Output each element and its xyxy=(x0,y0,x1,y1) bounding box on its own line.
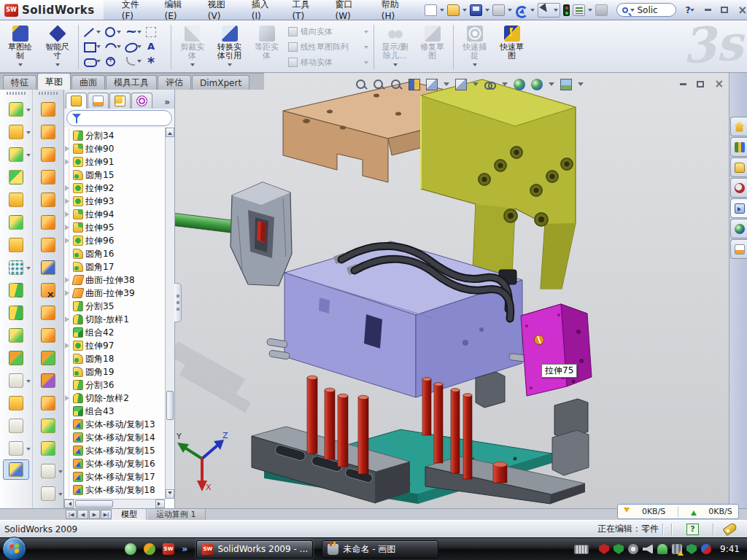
expand-arrow-icon[interactable] xyxy=(65,225,69,230)
task-pane-file-explorer[interactable] xyxy=(730,158,747,177)
messenger-icon[interactable] xyxy=(125,543,136,555)
task-pane-view-palette[interactable] xyxy=(730,198,747,218)
move-face-button[interactable] xyxy=(35,346,61,369)
panel-expand-chevron[interactable]: » xyxy=(161,97,173,109)
text-icon[interactable] xyxy=(145,41,156,52)
button-dropdown-icon[interactable] xyxy=(18,63,23,69)
reference-point-button[interactable] xyxy=(3,369,29,392)
options-list-icon[interactable] xyxy=(573,4,585,16)
hide-show-items-icon[interactable] xyxy=(484,79,496,90)
scroll-thumb[interactable] xyxy=(75,500,113,508)
panel-splitter-handle[interactable] xyxy=(174,283,182,322)
expand-arrow-icon[interactable] xyxy=(65,238,69,244)
edit-appearance-icon[interactable] xyxy=(514,79,525,90)
tag-icon[interactable] xyxy=(722,522,738,536)
revolved-surface-button[interactable] xyxy=(35,120,61,143)
expand-arrow-icon[interactable] xyxy=(65,290,69,296)
toolbar-grip[interactable] xyxy=(7,92,26,95)
stack-dropdown-icon[interactable] xyxy=(364,31,368,36)
thicken-button[interactable] xyxy=(35,437,61,459)
volume-icon[interactable] xyxy=(643,544,653,554)
convert-button[interactable]: 转换实体引用 xyxy=(211,22,248,72)
tab-configuration-manager[interactable] xyxy=(109,93,131,109)
extrude-cut-button[interactable] xyxy=(3,120,29,143)
star-icon[interactable] xyxy=(145,55,156,66)
status-help-button[interactable]: ? xyxy=(686,524,699,535)
line-icon[interactable] xyxy=(84,26,95,37)
expand-arrow-icon[interactable] xyxy=(65,395,69,401)
spline-icon[interactable] xyxy=(125,26,136,37)
undo-dropdown-icon[interactable] xyxy=(530,9,535,14)
keyboard-layout-icon[interactable] xyxy=(574,545,589,554)
menubar-item[interactable]: 插入(I) xyxy=(244,0,285,24)
task-pane-design-library[interactable] xyxy=(730,137,747,157)
expand-arrow-icon[interactable] xyxy=(65,198,69,204)
task-pane-appearances-scenes[interactable] xyxy=(730,219,747,238)
tree-item[interactable]: 切除-放样1 xyxy=(64,313,165,326)
doc-restore-icon[interactable] xyxy=(697,81,704,88)
rebuild-light-icon[interactable] xyxy=(563,4,570,16)
sweep-button[interactable] xyxy=(3,166,29,188)
sketch-button[interactable]: 草图绘制 xyxy=(1,22,39,72)
tab-nav-first[interactable]: |◀ xyxy=(66,510,77,519)
support-block[interactable] xyxy=(476,372,505,408)
cpoint-icon[interactable] xyxy=(104,55,115,66)
tab-特征[interactable]: 特征 xyxy=(3,75,36,90)
expand-arrow-icon[interactable] xyxy=(65,316,69,322)
mirror-entities-button[interactable]: 镜向实体 xyxy=(288,26,368,37)
scroll-left-icon[interactable] xyxy=(64,499,74,508)
tree-item[interactable]: 分割35 xyxy=(64,300,165,313)
rapid-button[interactable]: 快速草图 xyxy=(493,22,530,72)
help-dropdown-icon[interactable] xyxy=(690,9,694,14)
zoom-fit-icon[interactable] xyxy=(356,79,368,90)
toolbar-grip[interactable] xyxy=(39,92,58,95)
tree-item[interactable]: 分割36 xyxy=(64,378,165,392)
delete-face-button[interactable] xyxy=(35,279,61,301)
tree-item[interactable]: 组合43 xyxy=(64,405,165,418)
tree-item[interactable]: 拉伸94 xyxy=(64,208,165,221)
extruded-surface-button[interactable] xyxy=(35,143,61,166)
zoom-area-icon[interactable] xyxy=(374,79,385,90)
restore-icon[interactable] xyxy=(721,7,728,13)
circle-dropdown-icon[interactable] xyxy=(117,31,121,36)
taskbar-window-sw[interactable]: SWSolidWorks 2009 - ... xyxy=(196,540,313,559)
help-button[interactable]: ? xyxy=(685,5,690,15)
tab-nav-last[interactable]: ▶| xyxy=(101,510,112,519)
arc-icon[interactable] xyxy=(104,41,115,52)
helix-dropdown-icon[interactable] xyxy=(26,448,31,453)
tab-nav-next[interactable]: ▶ xyxy=(89,510,100,519)
menubar-item[interactable]: 工具(T) xyxy=(284,0,327,24)
move-copy-body-button[interactable] xyxy=(3,346,29,369)
doc-tab-model[interactable]: 模型 xyxy=(112,509,147,520)
lofted-surface-button[interactable] xyxy=(35,166,61,188)
display-style-icon[interactable] xyxy=(455,79,467,90)
fillet-button[interactable] xyxy=(3,143,29,166)
ellipse-icon[interactable] xyxy=(125,41,136,52)
tree-item[interactable]: 拉伸93 xyxy=(64,195,165,208)
tree-filter-box[interactable] xyxy=(66,110,172,126)
search-dropdown-icon[interactable] xyxy=(630,9,635,14)
new-document-icon[interactable] xyxy=(425,4,437,16)
fillet-dropdown-icon[interactable] xyxy=(26,154,31,159)
hide-show-items-dropdown-icon[interactable] xyxy=(502,82,508,89)
new-dropdown-icon[interactable] xyxy=(440,9,444,14)
tree-horizontal-scrollbar[interactable] xyxy=(64,499,165,508)
open-icon[interactable] xyxy=(447,4,460,16)
exploded-mold-assembly[interactable]: Y Z X xyxy=(175,73,747,508)
tree-item[interactable]: 分割34 xyxy=(64,129,165,142)
surface-helix-button[interactable] xyxy=(35,482,61,505)
dim-button[interactable]: 智能尺寸 xyxy=(39,22,76,72)
open-dropdown-icon[interactable] xyxy=(462,9,467,14)
apply-scene-dropdown-icon[interactable] xyxy=(549,82,554,89)
tree-item[interactable]: 实体-移动/复制13 xyxy=(64,418,165,431)
tab-评估[interactable]: 评估 xyxy=(158,75,191,90)
extrude-boss-dropdown-icon[interactable] xyxy=(26,109,31,114)
filled-surface-button[interactable] xyxy=(35,211,61,233)
gps-icon[interactable] xyxy=(657,544,667,554)
tree-item[interactable]: 切除-放样2 xyxy=(64,392,165,405)
ruled-surface-button[interactable] xyxy=(35,324,61,346)
linear-pattern-dropdown-icon[interactable] xyxy=(26,267,31,272)
save-icon[interactable] xyxy=(470,4,482,16)
tree-item[interactable]: 圆角17 xyxy=(64,260,165,273)
slot-icon[interactable] xyxy=(84,55,95,66)
